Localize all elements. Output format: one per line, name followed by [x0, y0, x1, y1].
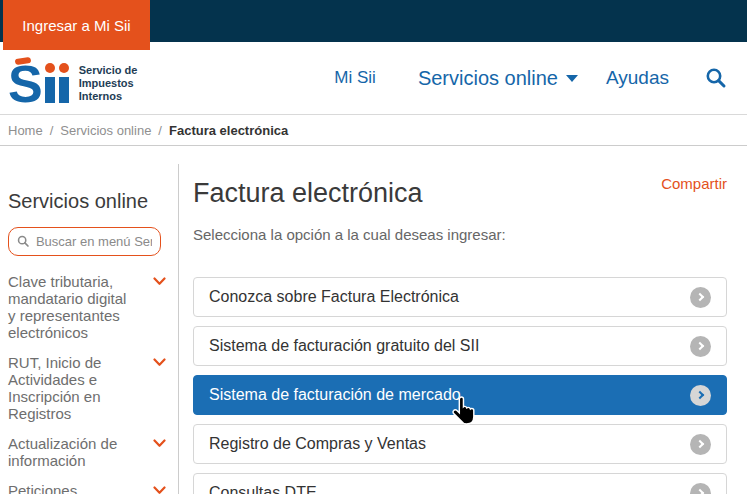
breadcrumb-servicios-online[interactable]: Servicios online: [60, 123, 151, 138]
search-icon: [17, 234, 30, 249]
chevron-right-icon: [690, 336, 711, 357]
sidebar-item-peticiones-administrativas[interactable]: Peticiones administrativas y otras: [8, 482, 166, 494]
breadcrumb: Home / Servicios online / Factura electr…: [0, 115, 747, 146]
logo-letter-i: [59, 63, 69, 103]
share-link[interactable]: Compartir: [661, 175, 727, 192]
option-label: Sistema de facturación gratuito del SII: [209, 337, 479, 355]
content-area: Servicios online Clave tributaria, manda…: [0, 146, 747, 493]
nav-ayudas[interactable]: Ayudas: [606, 67, 669, 89]
chevron-right-icon: [690, 287, 711, 308]
nav-servicios-online[interactable]: Servicios online: [418, 67, 578, 90]
sidebar-search-input[interactable]: [36, 234, 152, 249]
page-title: Factura electrónica: [193, 178, 727, 209]
logo-letter-i: [45, 63, 55, 103]
chevron-right-icon: [690, 385, 711, 406]
logo-letter-s: S: [8, 65, 41, 103]
top-bar: Ingresar a Mi Sii: [0, 0, 747, 42]
chevron-right-icon: [690, 434, 711, 455]
nav-mi-sii[interactable]: Mi Sii: [334, 68, 376, 88]
sidebar-servicios-online: Servicios online Clave tributaria, manda…: [0, 146, 178, 493]
option-conozca-factura-electronica[interactable]: Conozca sobre Factura Electrónica: [193, 277, 727, 317]
chevron-down-icon: [153, 439, 166, 448]
login-button[interactable]: Ingresar a Mi Sii: [3, 0, 150, 50]
sidebar-item-actualizacion-informacion[interactable]: Actualización de información: [8, 435, 166, 469]
breadcrumb-home[interactable]: Home: [8, 123, 43, 138]
chevron-right-icon: [690, 483, 711, 494]
option-list: Conozca sobre Factura Electrónica Sistem…: [193, 277, 727, 494]
option-consultas-dte[interactable]: Consultas DTE: [193, 473, 727, 494]
chevron-down-icon: [153, 358, 166, 367]
breadcrumb-current-page: Factura electrónica: [169, 123, 288, 138]
page-subtitle: Selecciona la opción a la cual deseas in…: [193, 226, 727, 243]
search-icon[interactable]: [705, 67, 727, 89]
breadcrumb-separator: /: [158, 123, 162, 138]
option-registro-compras-ventas[interactable]: Registro de Compras y Ventas: [193, 424, 727, 464]
main-panel: Compartir Factura electrónica Selecciona…: [178, 146, 747, 493]
sidebar-item-rut-inicio-actividades[interactable]: RUT, Inicio de Actividades e Inscripción…: [8, 354, 166, 422]
option-label: Registro de Compras y Ventas: [209, 435, 426, 453]
site-header: S Servicio de Impuestos Internos Mi Sii …: [0, 42, 747, 115]
chevron-down-icon: [153, 277, 166, 286]
option-label: Consultas DTE: [209, 484, 317, 494]
breadcrumb-separator: /: [50, 123, 54, 138]
sii-logo[interactable]: S Servicio de Impuestos Internos: [8, 63, 137, 103]
sidebar-menu: Clave tributaria, mandatario digital y r…: [8, 273, 166, 494]
option-sistema-facturacion-gratuito[interactable]: Sistema de facturación gratuito del SII: [193, 326, 727, 366]
nav-servicios-online-label: Servicios online: [418, 67, 558, 90]
option-label: Sistema de facturación de mercado: [209, 386, 461, 404]
option-label: Conozca sobre Factura Electrónica: [209, 288, 459, 306]
sidebar-search-box[interactable]: [8, 227, 161, 256]
sii-logo-mark: S: [8, 63, 69, 103]
option-sistema-facturacion-mercado[interactable]: Sistema de facturación de mercado: [193, 375, 727, 415]
sidebar-item-clave-tributaria[interactable]: Clave tributaria, mandatario digital y r…: [8, 273, 166, 341]
logo-tagline: Servicio de Impuestos Internos: [79, 64, 138, 103]
sidebar-title: Servicios online: [8, 190, 166, 213]
main-nav: Mi Sii Servicios online Ayudas: [334, 67, 727, 90]
chevron-down-icon: [153, 486, 166, 494]
chevron-down-icon: [566, 75, 578, 82]
